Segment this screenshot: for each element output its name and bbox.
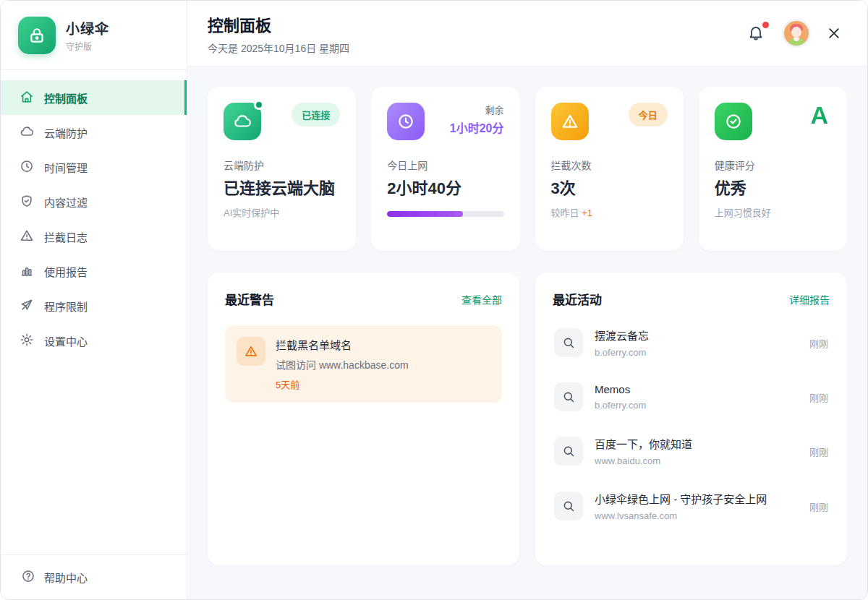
activity-item[interactable]: 百度一下，你就知道 www.baidu.com 刚刚 — [553, 424, 830, 479]
sidebar-item-app-restriction[interactable]: 程序限制 — [1, 288, 187, 323]
stat-label: 云端防护 — [224, 158, 340, 172]
progress-fill — [387, 211, 463, 217]
clock-icon — [20, 159, 34, 176]
recent-activity-panel: 最近活动 详细报告 摆渡云备忘 b.oferry.com — [535, 273, 847, 565]
page-heading: 控制面板 今天是 2025年10月16日 星期四 — [208, 12, 349, 55]
stats-row: 已连接 云端防护 已连接云端大脑 AI实时保护中 剩余 1小时20分 — [208, 87, 847, 251]
sidebar-item-usage-report[interactable]: 使用报告 — [1, 254, 187, 288]
activity-time: 刚刚 — [809, 445, 828, 458]
sidebar-item-settings[interactable]: 设置中心 — [1, 323, 187, 358]
shield-check-icon — [20, 194, 34, 210]
sidebar-item-label: 程序限制 — [44, 299, 88, 314]
view-all-link[interactable]: 查看全部 — [461, 292, 502, 307]
activity-item[interactable]: 摆渡云备忘 b.oferry.com 刚刚 — [553, 315, 830, 370]
activity-title-text: 小绿伞绿色上网 - 守护孩子安全上网 — [595, 491, 798, 506]
topbar-actions — [747, 19, 841, 48]
alert-item[interactable]: 拦截黑名单域名 试图访问 www.hackbase.com 5天前 — [225, 325, 502, 403]
online-dot — [254, 100, 264, 110]
sidebar-item-time-management[interactable]: 时间管理 — [1, 150, 187, 184]
activity-time: 刚刚 — [809, 500, 828, 513]
dashboard-content: 已连接 云端防护 已连接云端大脑 AI实时保护中 剩余 1小时20分 — [187, 67, 867, 599]
stat-sub: 较昨日 +1 — [551, 205, 668, 219]
activity-url: www.baidu.com — [595, 455, 798, 466]
stat-sub: 上网习惯良好 — [715, 205, 831, 219]
sidebar-item-label: 设置中心 — [44, 333, 88, 348]
alert-time: 5天前 — [276, 377, 409, 391]
sidebar: 小绿伞 守护版 控制面板 云端防护 时间管理 内容过滤 — [1, 1, 187, 599]
app-identity: 小绿伞 守护版 — [66, 18, 109, 52]
alerts-title: 最近警告 — [225, 290, 274, 308]
stat-label: 拦截次数 — [551, 158, 668, 172]
activity-url: www.lvsansafe.com — [595, 510, 798, 521]
stat-label: 今日上网 — [387, 158, 503, 172]
activity-text: 摆渡云备忘 b.oferry.com — [595, 327, 798, 358]
block-alert-icon — [551, 103, 589, 140]
help-center[interactable]: 帮助中心 — [1, 554, 187, 599]
activity-text: 百度一下，你就知道 www.baidu.com — [595, 436, 798, 466]
alert-desc: 试图访问 www.hackbase.com — [276, 357, 409, 372]
help-label: 帮助中心 — [44, 570, 88, 585]
detailed-report-link[interactable]: 详细报告 — [789, 292, 830, 307]
stat-card-screen-time: 剩余 1小时20分 今日上网 2小时40分 — [371, 87, 519, 251]
activity-text: Memos b.oferry.com — [595, 383, 798, 411]
activity-url: b.oferry.com — [595, 400, 798, 411]
search-icon — [554, 492, 583, 520]
health-badge-check-icon — [715, 103, 752, 140]
activity-title-text: 摆渡云备忘 — [595, 327, 798, 343]
app-window: 小绿伞 守护版 控制面板 云端防护 时间管理 内容过滤 — [0, 0, 868, 600]
health-grade: A — [810, 103, 831, 127]
sidebar-item-block-log[interactable]: 拦截日志 — [1, 219, 187, 254]
activity-item[interactable]: Memos b.oferry.com 刚刚 — [553, 370, 830, 424]
delta-value: +1 — [582, 207, 592, 218]
app-edition: 守护版 — [66, 40, 109, 52]
stat-label: 健康评分 — [715, 158, 831, 172]
logo-area: 小绿伞 守护版 — [1, 1, 187, 70]
alert-title: 拦截黑名单域名 — [276, 337, 409, 352]
sidebar-nav: 控制面板 云端防护 时间管理 内容过滤 拦截日志 使用报告 — [1, 80, 187, 554]
activity-title-text: Memos — [595, 383, 798, 395]
app-name: 小绿伞 — [66, 18, 109, 38]
bell-icon — [747, 24, 765, 41]
topbar: 控制面板 今天是 2025年10月16日 星期四 — [187, 1, 867, 67]
activity-item[interactable]: 小绿伞绿色上网 - 守护孩子安全上网 www.lvsansafe.com 刚刚 — [553, 479, 830, 533]
main-area: 控制面板 今天是 2025年10月16日 星期四 — [187, 1, 867, 599]
recent-alerts-panel: 最近警告 查看全部 拦截黑名单域名 试图访问 www.hackbase.com … — [208, 273, 519, 565]
close-icon — [827, 26, 841, 40]
page-date: 今天是 2025年10月16日 星期四 — [208, 40, 349, 55]
screen-time-clock-icon — [387, 103, 425, 140]
sidebar-item-content-filter[interactable]: 内容过滤 — [1, 184, 187, 219]
alert-warning-icon — [237, 337, 265, 366]
stat-card-blocks: 今日 拦截次数 3次 较昨日 +1 — [535, 87, 684, 251]
stat-card-health: A 健康评分 优秀 上网习惯良好 — [699, 87, 847, 251]
screen-time-progress — [387, 211, 503, 217]
cloud-status-icon — [224, 103, 261, 140]
activity-time: 刚刚 — [809, 336, 828, 350]
notification-bell-button[interactable] — [747, 24, 766, 43]
avatar-face — [791, 27, 801, 38]
sidebar-item-label: 控制面板 — [44, 90, 88, 106]
stat-sub: AI实时保护中 — [224, 205, 340, 219]
activity-time: 刚刚 — [809, 390, 828, 404]
today-badge: 今日 — [629, 103, 668, 127]
notification-dot — [762, 22, 769, 28]
search-icon — [554, 382, 583, 411]
stat-value: 已连接云端大脑 — [224, 178, 340, 200]
connected-badge: 已连接 — [292, 103, 340, 127]
activity-title: 最近活动 — [553, 290, 602, 308]
help-icon — [21, 569, 35, 586]
remaining-value: 1小时20分 — [450, 119, 504, 136]
alert-text: 拦截黑名单域名 试图访问 www.hackbase.com 5天前 — [276, 337, 409, 391]
sidebar-item-dashboard[interactable]: 控制面板 — [1, 80, 187, 115]
sidebar-item-label: 使用报告 — [44, 264, 88, 279]
sidebar-item-label: 时间管理 — [44, 160, 88, 175]
app-logo-lock-icon — [18, 17, 56, 54]
stat-card-cloud: 已连接 云端防护 已连接云端大脑 AI实时保护中 — [208, 87, 356, 251]
sidebar-item-cloud-protection[interactable]: 云端防护 — [1, 115, 187, 150]
activity-text: 小绿伞绿色上网 - 守护孩子安全上网 www.lvsansafe.com — [595, 491, 798, 521]
remaining-label: 剩余 — [450, 103, 504, 116]
page-title: 控制面板 — [208, 12, 349, 35]
stat-value: 优秀 — [715, 178, 831, 200]
close-window-button[interactable] — [827, 26, 841, 40]
gear-icon — [20, 333, 34, 349]
user-avatar[interactable] — [782, 19, 811, 48]
